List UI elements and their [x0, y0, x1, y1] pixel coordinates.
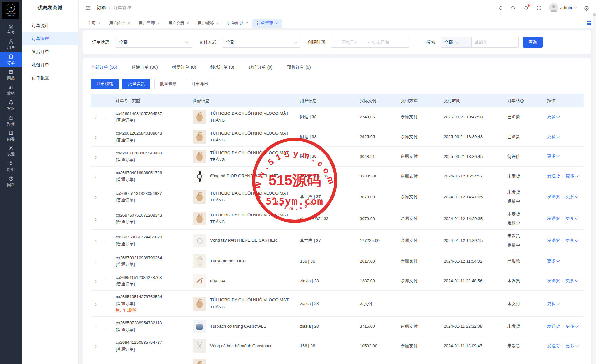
close-icon[interactable]: ×: [157, 21, 159, 25]
row-expand-icon[interactable]: [91, 301, 102, 306]
close-icon[interactable]: ×: [128, 21, 130, 25]
more-link[interactable]: 更多: [566, 343, 578, 348]
row-checkbox[interactable]: [106, 173, 106, 179]
tab-home[interactable]: 主页×: [83, 19, 105, 28]
sidebar-item-goods[interactable]: 商品: [0, 67, 22, 83]
more-link[interactable]: 更多: [566, 194, 578, 199]
row-checkbox[interactable]: [106, 216, 106, 221]
row-checkbox[interactable]: [106, 324, 106, 329]
ship-link[interactable]: 发送货: [547, 278, 560, 283]
tab-user-tag[interactable]: 用户标签×: [193, 19, 223, 28]
more-link[interactable]: 更多: [547, 259, 559, 263]
more-link[interactable]: 更多: [547, 154, 559, 159]
batch-delete-button[interactable]: 批量删除: [154, 79, 182, 89]
query-button[interactable]: 查询: [523, 37, 543, 48]
sidebar-item-order[interactable]: 订单: [0, 52, 22, 67]
tab-user-group[interactable]: 用户分组×: [164, 19, 193, 28]
row-checkbox[interactable]: [106, 134, 106, 139]
row-expand-icon[interactable]: [91, 238, 102, 243]
submenu-item-order-manage[interactable]: 订单管理: [22, 32, 78, 45]
grid-layout-icon[interactable]: [587, 21, 591, 25]
tab-user-stats[interactable]: 用户统计×: [105, 19, 134, 28]
batch-ship-button[interactable]: 批量发货: [122, 79, 150, 89]
sidebar-item-service[interactable]: 客服: [0, 98, 22, 113]
sidebar-item-content[interactable]: 内容: [0, 128, 22, 144]
row-checkbox[interactable]: [106, 363, 106, 364]
row-expand-icon[interactable]: [91, 343, 102, 348]
tab-flash-orders[interactable]: 秒杀订单 (0): [210, 65, 234, 74]
more-link[interactable]: 更多: [547, 134, 559, 139]
more-link[interactable]: 更多: [566, 324, 578, 329]
row-checkbox[interactable]: [106, 154, 106, 159]
tab-presale-orders[interactable]: 预售订单 (0): [287, 65, 311, 74]
ship-link[interactable]: 发送货: [547, 194, 560, 199]
row-checkbox[interactable]: [106, 301, 106, 306]
sidebar-item-maintenance[interactable]: 维护: [0, 159, 22, 174]
submenu-item-aftersale[interactable]: 售后订单: [22, 45, 78, 58]
tab-all-orders[interactable]: 全部订单 (36): [91, 65, 117, 74]
close-icon[interactable]: ×: [98, 21, 100, 25]
vertical-scrollbar[interactable]: [593, 16, 596, 364]
row-expand-icon[interactable]: [91, 115, 102, 119]
tab-order-manage[interactable]: 订单管理×: [252, 19, 282, 28]
row-expand-icon[interactable]: [91, 279, 102, 283]
sidebar-item-user[interactable]: 用户: [0, 37, 22, 52]
refresh-icon[interactable]: [498, 5, 503, 11]
date-range-picker[interactable]: -: [331, 37, 409, 48]
row-expand-icon[interactable]: [91, 174, 102, 178]
submenu-item-cashier[interactable]: 收银订单: [22, 58, 78, 71]
sidebar-item-marketing[interactable]: 营销: [0, 83, 22, 98]
ship-link[interactable]: 发送货: [547, 216, 560, 221]
more-link[interactable]: 更多: [566, 238, 578, 243]
close-icon[interactable]: ×: [216, 21, 219, 25]
row-expand-icon[interactable]: [91, 195, 102, 199]
close-icon[interactable]: ×: [187, 21, 189, 25]
ship-link[interactable]: 发送货: [547, 238, 560, 243]
bell-icon[interactable]: [524, 5, 529, 11]
gear-icon[interactable]: [584, 5, 589, 11]
row-checkbox[interactable]: [106, 238, 106, 243]
verify-order-button[interactable]: 订单核销: [91, 79, 119, 89]
tab-bargain-orders[interactable]: 砍价订单 (0): [249, 65, 273, 74]
tab-normal-orders[interactable]: 普通订单 (36): [132, 65, 158, 74]
ship-link[interactable]: 发送货: [547, 343, 560, 348]
collapse-menu-icon[interactable]: [86, 5, 91, 11]
fullscreen-icon[interactable]: [536, 5, 542, 11]
row-checkbox[interactable]: [106, 343, 106, 348]
date-end-input[interactable]: [372, 40, 396, 45]
select-all-checkbox[interactable]: [106, 98, 106, 104]
sidebar-item-settings[interactable]: 设置: [0, 144, 22, 159]
ship-link[interactable]: 发送货: [547, 324, 560, 329]
sidebar-item-home[interactable]: 主页: [0, 22, 22, 37]
more-link[interactable]: 更多: [547, 301, 559, 306]
row-expand-icon[interactable]: [91, 134, 102, 139]
date-start-input[interactable]: [341, 40, 365, 45]
sidebar-item-questionnaire[interactable]: 问卷: [0, 174, 22, 189]
close-icon[interactable]: ×: [246, 21, 248, 25]
tab-order-stats[interactable]: 订单统计×: [223, 19, 252, 28]
tab-user-manage[interactable]: 用户管理×: [134, 19, 164, 28]
row-checkbox[interactable]: [106, 194, 106, 200]
row-checkbox[interactable]: [106, 278, 106, 283]
row-checkbox[interactable]: [106, 114, 106, 120]
close-icon[interactable]: ×: [275, 21, 278, 25]
search-type-select[interactable]: 全部: [441, 37, 471, 48]
search-input[interactable]: [471, 37, 519, 48]
search-icon[interactable]: [511, 5, 516, 11]
sidebar-item-finance[interactable]: 财务: [0, 113, 22, 128]
submenu-item-order-config[interactable]: 订单配置: [22, 71, 78, 85]
row-expand-icon[interactable]: [91, 324, 102, 329]
more-link[interactable]: 更多: [566, 278, 578, 283]
row-expand-icon[interactable]: [91, 154, 102, 159]
ship-link[interactable]: 发送货: [547, 174, 560, 178]
submenu-item-order-stats[interactable]: 订单统计: [22, 19, 78, 32]
row-expand-icon[interactable]: [91, 216, 102, 221]
user-menu[interactable]: admin: [549, 3, 576, 12]
order-status-select[interactable]: 全部: [115, 37, 192, 48]
more-link[interactable]: 更多: [566, 174, 578, 178]
row-checkbox[interactable]: [106, 259, 106, 264]
more-link[interactable]: 更多: [566, 216, 578, 221]
row-expand-icon[interactable]: [91, 259, 102, 264]
tab-group-orders[interactable]: 拼团订单 (0): [172, 65, 196, 74]
export-orders-button[interactable]: 订单导出: [186, 79, 214, 89]
